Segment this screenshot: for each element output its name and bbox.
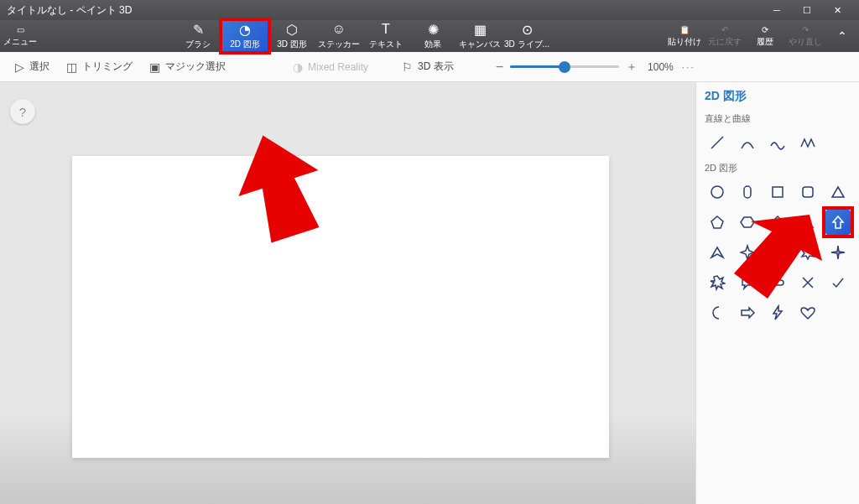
- more-button[interactable]: ···: [682, 61, 695, 73]
- hexagon-shape[interactable]: [735, 210, 760, 235]
- tool-label: ブラシ: [185, 39, 211, 50]
- menu-icon: ▭: [17, 25, 24, 34]
- window-title: タイトルなし - ペイント 3D: [7, 3, 762, 18]
- svg-marker-8: [741, 217, 754, 227]
- canvas[interactable]: [72, 156, 609, 458]
- tool-label: テキスト: [369, 39, 403, 50]
- star5-shape[interactable]: [765, 240, 790, 265]
- mr-icon: ◑: [293, 60, 303, 74]
- svg-marker-6: [832, 187, 844, 197]
- moon-shape[interactable]: [705, 300, 730, 325]
- tool-sticker[interactable]: ☺ ステッカー: [315, 20, 362, 52]
- tool-3d-library[interactable]: ⊙ 3D ライブ...: [503, 20, 550, 52]
- svg-marker-10: [803, 217, 813, 227]
- check-shape[interactable]: [825, 270, 851, 295]
- svg-marker-12: [711, 247, 723, 257]
- redo-label: やり直し: [789, 36, 822, 48]
- mr-label: Mixed Reality: [308, 61, 368, 73]
- select-label: 選択: [29, 60, 49, 74]
- cloud-shape[interactable]: [765, 270, 790, 295]
- flag-icon: ⚐: [402, 60, 413, 74]
- diamond-shape[interactable]: [765, 210, 790, 235]
- view-3d-button[interactable]: ⚐ 3D 表示: [393, 56, 462, 77]
- tool-label: 効果: [424, 39, 441, 50]
- svg-marker-13: [741, 246, 754, 259]
- star4-shape[interactable]: [735, 240, 760, 265]
- zoom-slider[interactable]: − ＋: [496, 60, 638, 75]
- maximize-button[interactable]: ☐: [792, 0, 822, 20]
- cross-shape[interactable]: [795, 270, 820, 295]
- paste-button[interactable]: 📋 貼り付け: [664, 20, 705, 52]
- heart-shape[interactable]: [795, 300, 820, 325]
- tool-2d-shape[interactable]: ◔ 2D 図形: [221, 20, 268, 52]
- redo-icon: ↷: [802, 25, 809, 34]
- tool-effect[interactable]: ✺ 効果: [409, 20, 456, 52]
- zoom-value: 100%: [648, 61, 674, 73]
- line-shape[interactable]: [705, 130, 730, 155]
- zoom-in-button[interactable]: ＋: [626, 60, 638, 75]
- cursor-icon: ▷: [15, 60, 24, 74]
- sticker-icon: ☺: [332, 22, 346, 37]
- tool-group: ✎ ブラシ ◔ 2D 図形 ⬡ 3D 図形 ☺ ステッカー T テキスト ✺ 効…: [174, 20, 550, 52]
- tool-3d-shape[interactable]: ⬡ 3D 図形: [268, 20, 315, 52]
- tool-label: 2D 図形: [230, 39, 260, 50]
- canvas-icon: ▦: [474, 22, 487, 37]
- zoom-out-button[interactable]: −: [496, 60, 503, 75]
- text-icon: T: [382, 22, 390, 37]
- arrowhead-shape[interactable]: [705, 240, 730, 265]
- main-area: ? 2D 図形 直線と曲線 2D 図形: [0, 82, 859, 504]
- arrow-right-shape[interactable]: [735, 300, 760, 325]
- brush-icon: ✎: [193, 22, 204, 37]
- trim-button[interactable]: ◫ トリミング: [58, 56, 141, 77]
- mixed-reality-button[interactable]: ◑ Mixed Reality: [284, 57, 377, 77]
- close-button[interactable]: ✕: [822, 0, 852, 20]
- magic-select-button[interactable]: ▣ マジック選択: [141, 56, 234, 77]
- tool-text[interactable]: T テキスト: [362, 20, 409, 52]
- svg-marker-16: [711, 276, 725, 289]
- main-toolbar: ▭ メニュー ✎ ブラシ ◔ 2D 図形 ⬡ 3D 図形 ☺ ステッカー T テ…: [0, 20, 859, 52]
- trim-label: トリミング: [82, 60, 133, 74]
- square-shape[interactable]: [765, 179, 790, 205]
- minimize-button[interactable]: ─: [762, 0, 792, 20]
- zigzag-shape[interactable]: [795, 130, 820, 155]
- callout-shape[interactable]: [735, 270, 760, 295]
- slider-thumb[interactable]: [559, 61, 570, 73]
- rounded-square-shape[interactable]: [795, 179, 820, 205]
- side-panel: 2D 図形 直線と曲線 2D 図形: [695, 82, 859, 504]
- tool-canvas[interactable]: ▦ キャンバス: [456, 20, 503, 52]
- redo-button[interactable]: ↷ やり直し: [785, 20, 825, 52]
- burst-shape[interactable]: [705, 270, 730, 295]
- tool-label: ステッカー: [318, 39, 360, 50]
- wave-shape[interactable]: [765, 130, 790, 155]
- help-button[interactable]: ?: [10, 99, 35, 124]
- undo-button[interactable]: ↶ 元に戻す: [705, 20, 745, 52]
- history-button[interactable]: ⟳ 履歴: [745, 20, 785, 52]
- svg-rect-3: [744, 186, 751, 198]
- menu-button[interactable]: ▭ メニュー: [0, 20, 40, 52]
- arrow-up-shape[interactable]: [825, 210, 851, 235]
- expand-chevron[interactable]: ⌃: [825, 20, 859, 52]
- paste-icon: 📋: [679, 25, 690, 34]
- svg-marker-17: [742, 308, 754, 318]
- pentagon-shape[interactable]: [705, 210, 730, 235]
- curve-shape[interactable]: [735, 130, 760, 155]
- svg-marker-7: [711, 216, 723, 228]
- paste-label: 貼り付け: [668, 36, 701, 48]
- title-bar: タイトルなし - ペイント 3D ─ ☐ ✕: [0, 0, 859, 20]
- triangle-shape[interactable]: [825, 179, 851, 205]
- oval-shape[interactable]: [735, 179, 760, 205]
- highlight-box: [822, 206, 854, 238]
- tool-brush[interactable]: ✎ ブラシ: [174, 20, 221, 52]
- lib3d-icon: ⊙: [522, 22, 533, 37]
- circle-shape[interactable]: [705, 179, 730, 205]
- undo-label: 元に戻す: [708, 36, 742, 48]
- bolt-shape[interactable]: [765, 300, 790, 325]
- star6-shape[interactable]: [795, 240, 820, 265]
- sparkle-shape[interactable]: [825, 240, 851, 265]
- slider-track[interactable]: [510, 65, 619, 68]
- section-2d: 2D 図形: [705, 162, 851, 174]
- panel-title: 2D 図形: [705, 89, 851, 104]
- select-button[interactable]: ▷ 選択: [7, 56, 58, 77]
- right-triangle-shape[interactable]: [795, 210, 820, 235]
- svg-line-1: [711, 137, 723, 148]
